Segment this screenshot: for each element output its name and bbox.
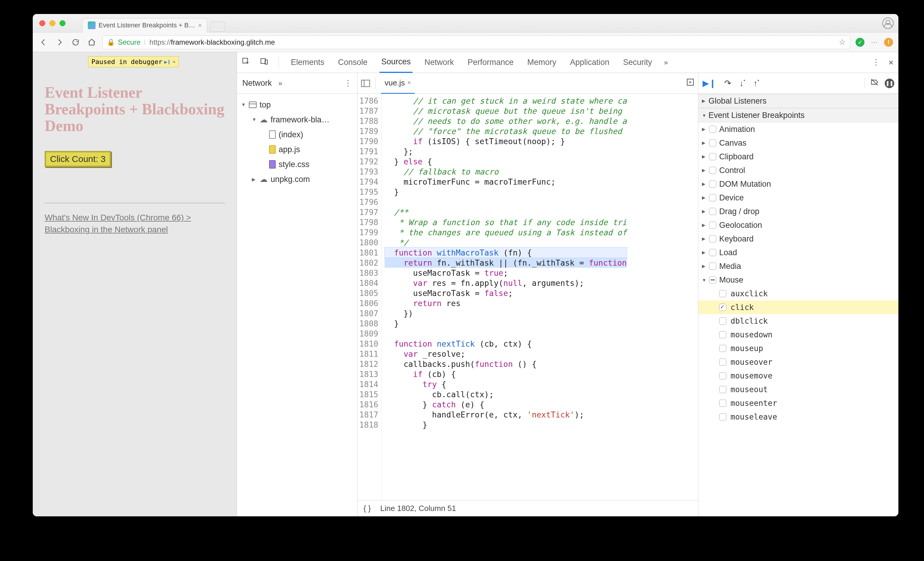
tree-file-appjs[interactable]: app.js xyxy=(237,142,357,157)
category-load[interactable]: ▶Load xyxy=(698,246,898,260)
category-geolocation[interactable]: ▶Geolocation xyxy=(698,218,898,232)
panel-performance[interactable]: Performance xyxy=(466,52,516,73)
devtools-close-icon[interactable]: × xyxy=(888,57,894,68)
line-gutter[interactable]: 1786178717881789179017911792179317941795… xyxy=(357,94,382,500)
new-tab-button[interactable] xyxy=(210,21,225,32)
event-mouseout[interactable]: mouseout xyxy=(698,382,898,396)
caret-right-icon[interactable]: ▶ xyxy=(702,250,706,255)
panel-console[interactable]: Console xyxy=(336,52,369,73)
navigator-tab-network[interactable]: Network xyxy=(242,79,272,88)
step-out-button[interactable]: ↑• xyxy=(753,79,759,88)
caret-down-icon[interactable]: ▼ xyxy=(241,102,246,108)
section-global-listeners[interactable]: ▶ Global Listeners xyxy=(698,94,898,108)
category-mouse[interactable]: ▼ Mouse xyxy=(698,273,898,287)
checkbox[interactable] xyxy=(709,262,716,270)
panel-application[interactable]: Application xyxy=(568,52,611,73)
category-device[interactable]: ▶Device xyxy=(698,191,898,205)
caret-right-icon[interactable]: ▶ xyxy=(702,168,706,173)
pause-on-exceptions-button[interactable]: ❚❚ xyxy=(885,79,894,88)
event-dblclick[interactable]: dblclick xyxy=(698,314,898,328)
checkbox[interactable] xyxy=(719,372,726,380)
close-tab-icon[interactable]: × xyxy=(198,22,202,29)
reload-button[interactable] xyxy=(70,38,81,46)
checkbox[interactable] xyxy=(719,400,726,407)
minimize-window-button[interactable] xyxy=(50,20,56,26)
checkbox[interactable] xyxy=(709,180,716,188)
checkbox[interactable] xyxy=(709,249,716,256)
caret-right-icon[interactable]: ▶ xyxy=(702,222,706,228)
event-auxclick[interactable]: auxclick xyxy=(698,287,898,300)
panel-security[interactable]: Security xyxy=(621,52,654,73)
navigator-more-tabs-icon[interactable]: » xyxy=(278,79,282,87)
inspect-icon[interactable] xyxy=(242,57,250,68)
step-into-button[interactable]: ↓• xyxy=(740,79,745,88)
event-mouseleave[interactable]: mouseleave xyxy=(698,410,898,424)
caret-right-icon[interactable]: ▶ xyxy=(702,154,706,159)
caret-down-icon[interactable]: ▼ xyxy=(702,113,706,118)
click-count-button[interactable]: Click Count: 3 xyxy=(45,151,111,167)
extension-checkmark-icon[interactable] xyxy=(855,38,864,47)
checkbox[interactable] xyxy=(709,140,716,147)
category-drag-drop[interactable]: ▶Drag / drop xyxy=(698,205,898,218)
checkbox[interactable] xyxy=(709,222,716,229)
caret-right-icon[interactable]: ▶ xyxy=(702,209,706,214)
pretty-print-icon[interactable]: { } xyxy=(363,504,371,513)
category-canvas[interactable]: ▶Canvas xyxy=(698,136,898,150)
source-code[interactable]: // it can get stuck in a weird state whe… xyxy=(382,94,627,500)
checkbox[interactable] xyxy=(719,304,726,311)
category-dom-mutation[interactable]: ▶DOM Mutation xyxy=(698,177,898,191)
bookmark-icon[interactable]: ☆ xyxy=(839,38,846,47)
resume-button[interactable]: ▶❙ xyxy=(702,78,716,88)
run-snippet-icon[interactable] xyxy=(686,78,694,88)
forward-button[interactable] xyxy=(54,38,65,46)
devtools-menu-icon[interactable]: ⋮ xyxy=(872,58,880,67)
panel-memory[interactable]: Memory xyxy=(525,52,558,73)
category-keyboard[interactable]: ▶Keyboard xyxy=(698,232,898,246)
navigator-menu-icon[interactable]: ⋮ xyxy=(344,79,352,88)
profile-icon[interactable] xyxy=(882,18,894,29)
caret-down-icon[interactable]: ▼ xyxy=(252,117,256,122)
event-mouseenter[interactable]: mouseenter xyxy=(698,396,898,410)
section-event-listener-breakpoints[interactable]: ▼ Event Listener Breakpoints xyxy=(698,108,898,122)
editor-tab-vuejs[interactable]: vue.js × xyxy=(381,73,415,94)
close-editor-tab-icon[interactable]: × xyxy=(407,79,411,87)
close-window-button[interactable] xyxy=(39,20,45,26)
fullscreen-window-button[interactable] xyxy=(60,20,66,26)
checkbox-indeterminate[interactable] xyxy=(709,276,716,284)
more-panels-icon[interactable]: » xyxy=(664,58,668,67)
event-mouseup[interactable]: mouseup xyxy=(698,342,898,355)
home-button[interactable] xyxy=(86,38,97,46)
toggle-navigator-icon[interactable] xyxy=(361,80,370,87)
checkbox[interactable] xyxy=(709,235,716,242)
overlay-step-icon[interactable]: ↷ xyxy=(172,58,176,65)
overlay-resume-icon[interactable]: ▶❙ xyxy=(164,58,171,65)
caret-right-icon[interactable]: ▶ xyxy=(252,177,256,182)
checkbox[interactable] xyxy=(709,208,716,215)
tree-origin[interactable]: ▼ ☁ framework-bla… xyxy=(237,112,357,127)
step-over-button[interactable]: ↷ xyxy=(724,78,731,88)
category-animation[interactable]: ▶Animation xyxy=(698,122,898,136)
checkbox[interactable] xyxy=(719,290,726,297)
checkbox[interactable] xyxy=(719,331,726,338)
extension-menu-icon[interactable]: ⋯ xyxy=(870,38,879,47)
checkbox[interactable] xyxy=(709,194,716,201)
event-mousedown[interactable]: mousedown xyxy=(698,328,898,342)
caret-right-icon[interactable]: ▶ xyxy=(702,126,706,132)
extension-alert-icon[interactable] xyxy=(884,38,893,47)
caret-right-icon[interactable]: ▶ xyxy=(702,140,706,146)
deactivate-breakpoints-button[interactable] xyxy=(870,78,879,88)
event-mousemove[interactable]: mousemove xyxy=(698,369,898,382)
tree-file-stylecss[interactable]: style.css xyxy=(237,157,357,172)
caret-right-icon[interactable]: ▶ xyxy=(702,264,706,269)
caret-right-icon[interactable]: ▶ xyxy=(702,236,706,242)
category-control[interactable]: ▶Control xyxy=(698,164,898,177)
caret-right-icon[interactable]: ▶ xyxy=(702,98,706,104)
footer-link[interactable]: What's New In DevTools (Chrome 66) > Bla… xyxy=(45,212,225,236)
back-button[interactable] xyxy=(38,38,49,46)
address-bar[interactable]: 🔒 Secure │ https://framework-blackboxing… xyxy=(102,35,850,49)
browser-tab[interactable]: Event Listener Breakpoints + B… × xyxy=(82,18,207,33)
panel-network[interactable]: Network xyxy=(423,52,456,73)
checkbox[interactable] xyxy=(709,153,716,160)
checkbox[interactable] xyxy=(709,126,716,133)
checkbox[interactable] xyxy=(719,386,726,393)
